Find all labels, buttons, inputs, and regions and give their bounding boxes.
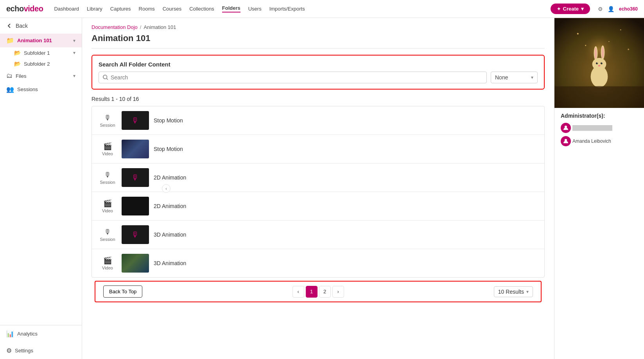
item-thumbnail: 🎙	[122, 225, 149, 244]
settings-icon[interactable]: ⚙	[598, 6, 603, 12]
create-button[interactable]: ✦ Create ▾	[551, 4, 590, 14]
user-label: echo360	[619, 6, 638, 12]
admin-item: Amanda Leibovich	[561, 136, 611, 146]
create-star-icon: ✦	[557, 6, 561, 12]
breadcrumb: Documentation Dojo / Animation 101	[91, 24, 545, 30]
back-to-top-button[interactable]: Back To Top	[103, 285, 142, 298]
pagination-next[interactable]: ›	[332, 286, 344, 298]
admin-list: ████████████ Amanda Leibovich	[561, 123, 638, 146]
subfolder1-icon: 📂	[14, 50, 21, 56]
bottom-bar: Back To Top ‹ 1 2 › 10 Results ▾	[95, 281, 542, 302]
sidebar-subfolder1[interactable]: 📂 Subfolder 1 ▾	[0, 47, 82, 58]
list-item[interactable]: 🎬 Video 3D Animation	[92, 249, 544, 277]
pagination-prev[interactable]: ‹	[292, 286, 304, 298]
pagination-page1[interactable]: 1	[306, 286, 318, 298]
filter-chevron-icon: ▾	[531, 75, 533, 80]
list-item[interactable]: 🎙 Session 🎙 2D Animation	[92, 163, 544, 192]
svg-point-0	[103, 75, 107, 79]
list-item[interactable]: 🎬 Video Stop Motion	[92, 135, 544, 163]
item-type-session: 🎙 Session	[98, 228, 117, 242]
search-filter-dropdown[interactable]: None ▾	[491, 72, 538, 83]
svg-rect-20	[554, 86, 644, 108]
main-content: Documentation Dojo / Animation 101 Anima…	[82, 18, 554, 359]
subfolder1-chevron-icon: ▾	[73, 50, 75, 56]
video-icon: 🎬	[103, 142, 112, 151]
sidebar-analytics[interactable]: 📊 Analytics	[0, 325, 82, 342]
content-list-scroll[interactable]: 🎙 Session 🎙 Stop Motion 🎬 Video	[92, 106, 544, 277]
svg-point-9	[592, 58, 606, 70]
pagination-page2[interactable]: 2	[319, 286, 331, 298]
settings-sidebar-icon: ⚙	[6, 347, 12, 354]
sidebar-footer: 📊 Analytics ⚙ Settings	[0, 325, 82, 359]
search-row: None ▾	[99, 72, 538, 83]
breadcrumb-current: Animation 101	[144, 24, 176, 30]
nav-captures[interactable]: Captures	[110, 6, 131, 12]
admin-item: ████████████	[561, 123, 612, 133]
results-count: Results 1 - 10 of 16	[91, 96, 545, 102]
search-input-wrap[interactable]	[99, 72, 487, 83]
item-type-video: 🎬 Video	[98, 199, 117, 213]
search-input[interactable]	[111, 74, 483, 81]
nav-dashboard[interactable]: Dashboard	[54, 6, 79, 12]
nav-rooms[interactable]: Rooms	[139, 6, 155, 12]
content-wrapper: ‹ Documentation Dojo / Animation 101 Ani…	[82, 18, 644, 359]
item-title: 2D Animation	[154, 174, 186, 181]
folder-pink-icon: 📁	[6, 37, 14, 44]
breadcrumb-separator: /	[140, 24, 142, 30]
sidebar: Back 📁 Animation 101 ▾ 📂 Subfolder 1 ▾ 📂…	[0, 18, 82, 359]
search-icon	[103, 75, 108, 80]
admin-avatar-1	[561, 123, 571, 133]
nav-folders[interactable]: Folders	[222, 5, 240, 13]
sidebar-subfolder2[interactable]: 📂 Subfolder 2	[0, 58, 82, 69]
search-box-title: Search All Folder Content	[99, 61, 538, 68]
sidebar-sessions[interactable]: 👥 Sessions	[0, 83, 82, 96]
sidebar-collapse-toggle[interactable]: ‹	[162, 184, 170, 193]
session-icon: 🎙	[104, 171, 111, 179]
results-per-page-dropdown[interactable]: 10 Results ▾	[494, 286, 533, 297]
admin-name-2: Amanda Leibovich	[572, 138, 611, 144]
svg-point-6	[585, 45, 586, 46]
nav-courses[interactable]: Courses	[163, 6, 181, 12]
files-icon: 🗂	[6, 72, 13, 79]
admin-avatar-2	[561, 136, 571, 146]
svg-point-5	[608, 41, 609, 42]
page-title: Animation 101	[91, 33, 545, 48]
admin-name-blurred: ████████████	[572, 125, 612, 131]
create-chevron-icon: ▾	[581, 6, 584, 12]
item-title: Stop Motion	[154, 117, 183, 124]
list-item[interactable]: 🎙 Session 🎙 Stop Motion	[92, 106, 544, 135]
subfolder2-icon: 📂	[14, 61, 21, 67]
svg-point-7	[628, 48, 629, 50]
pagination: ‹ 1 2 ›	[292, 286, 344, 298]
item-thumbnail: 🎙	[122, 168, 149, 187]
files-chevron-icon: ▾	[73, 73, 75, 79]
nav-imports-exports[interactable]: Imports/Exports	[269, 6, 305, 12]
user-avatar-icon-2	[563, 138, 569, 144]
item-title: 3D Animation	[154, 232, 186, 238]
search-box: Search All Folder Content None ▾	[91, 55, 545, 90]
user-icon[interactable]: 👤	[608, 6, 614, 12]
list-item[interactable]: 🎬 Video 2D Animation	[92, 192, 544, 221]
svg-point-12	[595, 47, 597, 59]
nav-users[interactable]: Users	[248, 6, 262, 12]
svg-point-17	[602, 63, 603, 63]
content-list: 🎙 Session 🎙 Stop Motion 🎬 Video	[91, 106, 545, 278]
list-item[interactable]: 🎙 Session 🎙 3D Animation	[92, 221, 544, 249]
item-type-video: 🎬 Video	[98, 142, 117, 156]
nav-library[interactable]: Library	[87, 6, 102, 12]
nav-collections[interactable]: Collections	[189, 6, 214, 12]
breadcrumb-parent[interactable]: Documentation Dojo	[91, 24, 138, 30]
item-title: 2D Animation	[154, 203, 186, 209]
svg-point-4	[620, 29, 621, 31]
sidebar-back-button[interactable]: Back	[0, 18, 82, 34]
svg-point-13	[601, 47, 604, 58]
sessions-icon: 👥	[6, 86, 14, 93]
results-chevron-icon: ▾	[526, 289, 529, 294]
sidebar-item-animation101[interactable]: 📁 Animation 101 ▾	[0, 34, 82, 47]
sidebar-files[interactable]: 🗂 Files ▾	[0, 69, 82, 83]
app-logo[interactable]: echovideo	[6, 4, 43, 13]
right-panel: Administrator(s): ████████████ Amanda Le…	[554, 18, 644, 359]
item-thumbnail: 🎙	[122, 111, 149, 130]
item-title: 3D Animation	[154, 260, 186, 266]
sidebar-settings[interactable]: ⚙ Settings	[0, 342, 82, 359]
